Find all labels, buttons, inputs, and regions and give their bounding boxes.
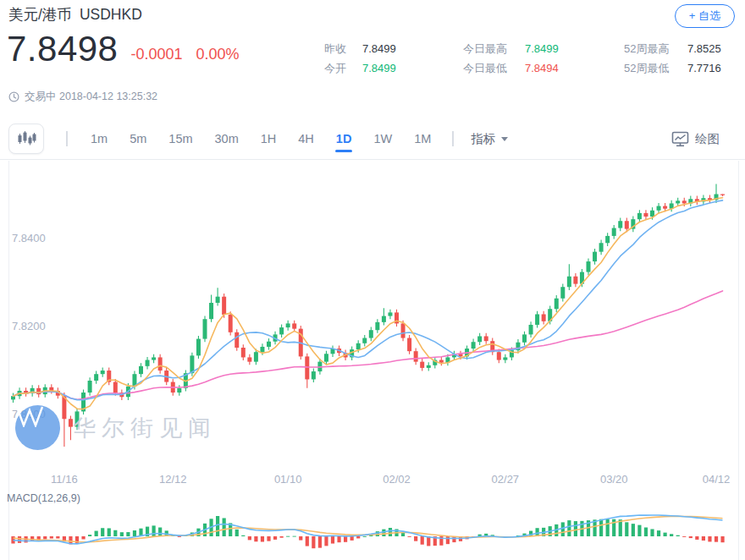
svg-text:02/02: 02/02 bbox=[383, 473, 411, 486]
timeframe-group: 1m5m15m30m1H4H1D1W1M bbox=[80, 125, 442, 152]
timeframe-1m[interactable]: 1m bbox=[80, 125, 119, 152]
pair-name: 美元/港币 bbox=[8, 6, 72, 23]
stat-value: 7.8499 bbox=[362, 58, 396, 78]
stat-row: 今日最低7.8494 bbox=[463, 58, 559, 78]
draw-label: 绘图 bbox=[695, 131, 720, 147]
toolbar-divider bbox=[66, 131, 68, 146]
trading-status: 交易中 2018-04-12 13:25:32 bbox=[8, 90, 157, 104]
stat-value: 7.7716 bbox=[687, 58, 721, 78]
clock-icon bbox=[8, 91, 19, 102]
add-watchlist-button[interactable]: + 自选 bbox=[675, 4, 735, 28]
price-change-group: -0.0001 0.00% bbox=[130, 46, 239, 70]
stat-column: 52周最高7.852552周最低7.7716 bbox=[624, 39, 721, 78]
stat-row: 52周最高7.8525 bbox=[624, 39, 721, 58]
toolbar-left: 1m5m15m30m1H4H1D1W1M 指标 bbox=[0, 124, 515, 154]
page-title: 美元/港币USDHKD bbox=[8, 4, 142, 25]
stat-label: 今日最高 bbox=[463, 39, 525, 58]
chart-type-button[interactable] bbox=[8, 124, 44, 154]
svg-text:03/20: 03/20 bbox=[600, 473, 628, 486]
stat-value: 7.8499 bbox=[362, 39, 396, 58]
svg-text:02/27: 02/27 bbox=[492, 473, 520, 486]
price-change: -0.0001 bbox=[130, 46, 182, 63]
draw-tools-button[interactable]: 绘图 bbox=[666, 130, 725, 148]
draw-board-icon bbox=[671, 131, 689, 147]
price-block: 7.8498 -0.0001 0.00% bbox=[7, 28, 240, 70]
timeframe-30m[interactable]: 30m bbox=[204, 125, 250, 152]
stat-label: 今开 bbox=[324, 58, 362, 78]
toolbar-divider bbox=[452, 131, 454, 146]
timeframe-15m[interactable]: 15m bbox=[157, 125, 203, 152]
stat-column: 昨收7.8499今开7.8499 bbox=[324, 39, 396, 78]
timeframe-1d[interactable]: 1D bbox=[325, 125, 363, 152]
stat-row: 昨收7.8499 bbox=[324, 39, 396, 58]
svg-text:04/12: 04/12 bbox=[703, 473, 731, 486]
stat-value: 7.8525 bbox=[687, 39, 721, 58]
stat-column: 今日最高7.8499今日最低7.8494 bbox=[463, 39, 559, 78]
last-price: 7.8498 bbox=[7, 28, 118, 70]
timeframe-4h[interactable]: 4H bbox=[287, 125, 325, 152]
stat-value: 7.8499 bbox=[525, 39, 559, 58]
stat-row: 今开7.8499 bbox=[324, 58, 396, 78]
indicator-menu-button[interactable]: 指标 bbox=[464, 126, 515, 152]
candlestick-icon bbox=[16, 129, 36, 148]
chart-area[interactable]: 7.84007.82007.800011/1612/1201/1002/0202… bbox=[0, 161, 745, 560]
macd-indicator-label: MACD(12,26,9) bbox=[7, 492, 80, 504]
quote-page: 美元/港币USDHKD + 自选 7.8498 -0.0001 0.00% 昨收… bbox=[0, 0, 745, 560]
stat-row: 今日最高7.8499 bbox=[463, 39, 559, 58]
stat-value: 7.8494 bbox=[525, 58, 559, 78]
stat-row: 52周最低7.7716 bbox=[624, 58, 721, 78]
svg-text:12/12: 12/12 bbox=[159, 473, 187, 486]
timeframe-1h[interactable]: 1H bbox=[250, 125, 288, 152]
candlestick-chart[interactable]: 7.84007.82007.800011/1612/1201/1002/0202… bbox=[0, 161, 745, 560]
timeframe-1m[interactable]: 1M bbox=[403, 125, 442, 152]
svg-text:01/10: 01/10 bbox=[274, 473, 302, 486]
stat-label: 昨收 bbox=[324, 39, 362, 58]
chart-toolbar: 1m5m15m30m1H4H1D1W1M 指标 绘图 bbox=[0, 118, 745, 160]
timeframe-5m[interactable]: 5m bbox=[119, 125, 157, 152]
svg-text:11/16: 11/16 bbox=[51, 473, 78, 486]
chevron-down-icon bbox=[501, 137, 508, 141]
svg-text:7.8200: 7.8200 bbox=[12, 320, 46, 332]
svg-text:7.8000: 7.8000 bbox=[12, 408, 46, 420]
price-change-pct: 0.00% bbox=[196, 46, 240, 63]
status-text: 交易中 2018-04-12 13:25:32 bbox=[25, 90, 157, 104]
stat-label: 52周最高 bbox=[624, 39, 687, 58]
indicator-label: 指标 bbox=[471, 131, 495, 147]
svg-text:7.8400: 7.8400 bbox=[12, 232, 46, 244]
stat-label: 52周最低 bbox=[624, 58, 687, 78]
pair-symbol: USDHKD bbox=[80, 6, 142, 23]
stat-label: 今日最低 bbox=[463, 58, 525, 78]
timeframe-1w[interactable]: 1W bbox=[362, 125, 403, 152]
